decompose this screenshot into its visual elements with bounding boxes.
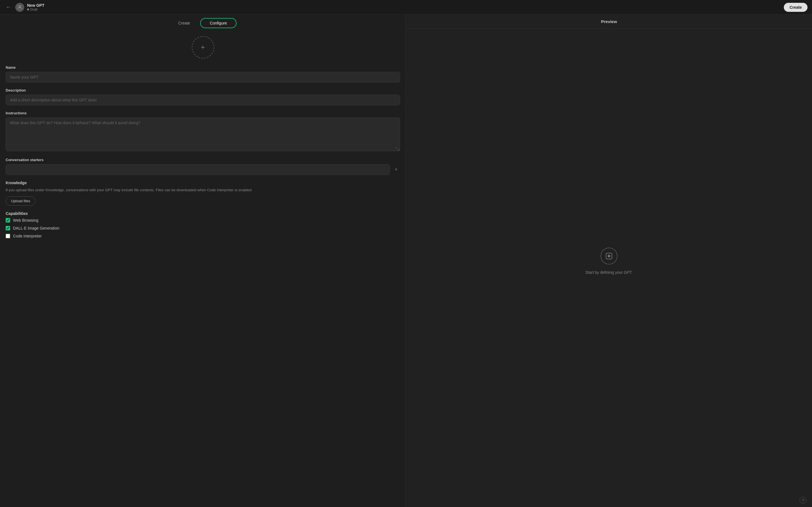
preview-footer: ? <box>406 494 812 507</box>
capability-code-interpreter: Code Interpreter <box>6 234 400 238</box>
gpt-title: New GPT <box>27 3 44 8</box>
tab-configure[interactable]: Configure <box>200 18 237 28</box>
starter-input-wrapper: × <box>6 164 400 175</box>
draft-dot <box>27 8 29 10</box>
header-create-button[interactable]: Create <box>784 3 808 12</box>
conversation-starters-label: Conversation starters <box>6 158 400 162</box>
plus-icon: + <box>201 43 205 51</box>
preview-gpt-icon <box>601 247 617 265</box>
capability-dalle: DALL·E Image Generation <box>6 226 400 230</box>
main-layout: Create Configure + Name Description <box>0 15 812 507</box>
svg-point-0 <box>19 6 20 7</box>
knowledge-title: Knowledge <box>6 180 400 185</box>
header-left: ← New GPT Draft <box>4 3 44 12</box>
code-interpreter-label: Code Interpreter <box>13 234 42 238</box>
right-panel: Preview Start by defining your GPT. ? <box>406 15 812 507</box>
instructions-label: Instructions <box>6 111 400 115</box>
tab-create[interactable]: Create <box>169 18 199 28</box>
left-panel: Create Configure + Name Description <box>0 15 406 507</box>
instructions-wrapper: ⤡ <box>6 117 400 152</box>
avatar-upload-button[interactable]: + <box>192 36 214 59</box>
name-field-group: Name <box>6 65 400 82</box>
knowledge-section: Knowledge If you upload files under Know… <box>6 180 400 206</box>
preview-hint: Start by defining your GPT. <box>585 270 632 275</box>
form-content: + Name Description Instructions ⤡ <box>0 32 406 507</box>
description-input[interactable] <box>6 95 400 105</box>
dalle-label: DALL·E Image Generation <box>13 226 59 230</box>
name-input[interactable] <box>6 72 400 82</box>
upload-files-label: Upload files <box>11 199 30 203</box>
instructions-field-group: Instructions ⤡ <box>6 111 400 152</box>
preview-title: Preview <box>601 19 617 24</box>
back-icon: ← <box>6 4 11 10</box>
remove-starter-button[interactable]: × <box>392 166 400 173</box>
capability-web-browsing: Web Browsing <box>6 218 400 223</box>
web-browsing-checkbox[interactable] <box>6 218 10 223</box>
draft-label: Draft <box>30 8 38 11</box>
description-field-group: Description <box>6 88 400 105</box>
knowledge-description: If you upload files under Knowledge, con… <box>6 187 400 193</box>
upload-files-button[interactable]: Upload files <box>6 196 36 206</box>
resize-handle-icon: ⤡ <box>395 146 398 150</box>
preview-header: Preview <box>406 15 812 29</box>
capabilities-section: Capabilities Web Browsing DALL·E Image G… <box>6 211 400 238</box>
avatar-upload-area: + <box>6 36 400 59</box>
name-label: Name <box>6 65 400 69</box>
back-button[interactable]: ← <box>4 3 12 11</box>
conversation-starters-group: Conversation starters × <box>6 158 400 175</box>
web-browsing-label: Web Browsing <box>13 218 38 223</box>
help-icon[interactable]: ? <box>800 497 806 504</box>
starter-input[interactable] <box>6 164 390 175</box>
dalle-checkbox[interactable] <box>6 226 10 230</box>
preview-content: Start by defining your GPT. <box>406 29 812 494</box>
app-header: ← New GPT Draft Create <box>0 0 812 15</box>
capabilities-title: Capabilities <box>6 211 400 216</box>
help-label: ? <box>802 498 804 503</box>
instructions-textarea[interactable] <box>6 117 400 151</box>
tab-bar: Create Configure <box>0 15 406 32</box>
code-interpreter-checkbox[interactable] <box>6 234 10 238</box>
gpt-status: Draft <box>27 8 44 11</box>
description-label: Description <box>6 88 400 93</box>
gpt-info: New GPT Draft <box>27 3 44 11</box>
gpt-avatar <box>15 3 24 12</box>
